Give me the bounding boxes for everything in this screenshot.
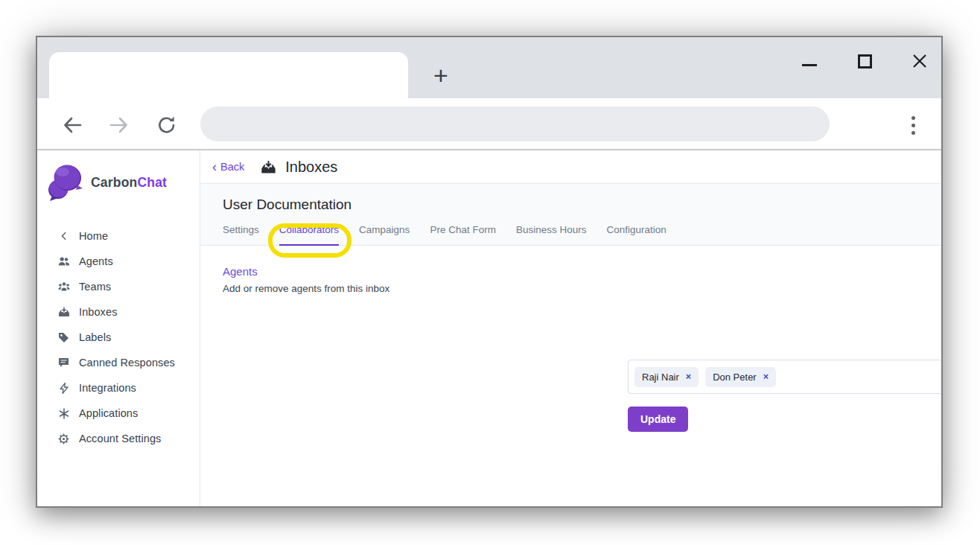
asterisk-icon — [57, 408, 70, 419]
minimize-button[interactable] — [801, 53, 818, 69]
screenshot-canvas: + — [0, 0, 980, 545]
app-root: CarbonChat Home Agents — [37, 150, 941, 506]
reload-icon — [156, 114, 178, 136]
sidebar-nav: Home Agents Teams — [37, 223, 200, 451]
chevron-left-icon: ‹ — [212, 160, 217, 173]
browser-menu-button[interactable] — [900, 112, 926, 138]
collaborators-form: Raji Nair × Don Peter × Update — [628, 360, 941, 432]
agent-chip: Raji Nair × — [634, 367, 699, 387]
tab-configuration[interactable]: Configuration — [606, 224, 666, 245]
sidebar-item-home[interactable]: Home — [37, 223, 200, 249]
close-button[interactable] — [911, 53, 928, 69]
sidebar-item-label: Inboxes — [79, 306, 118, 318]
sidebar-item-label: Applications — [79, 407, 138, 419]
section-description: Add or remove agents from this inbox — [223, 283, 919, 294]
inbox-tabs: Settings Collaborators Campaigns Pre Cha… — [223, 224, 919, 245]
address-bar[interactable] — [200, 106, 830, 141]
collaborators-content: Agents Add or remove agents from this in… — [200, 246, 941, 313]
tab-settings[interactable]: Settings — [223, 224, 259, 245]
people-icon — [57, 256, 70, 267]
sidebar-item-label: Account Settings — [79, 433, 161, 444]
browser-toolbar — [37, 98, 941, 150]
sidebar-item-label: Home — [79, 230, 108, 242]
sidebar-item-agents[interactable]: Agents — [37, 249, 200, 274]
sidebar-item-canned-responses[interactable]: Canned Responses — [37, 350, 200, 375]
browser-window: + — [36, 36, 943, 508]
sidebar-item-account-settings[interactable]: Account Settings — [37, 426, 200, 451]
sidebar-item-label: Teams — [79, 281, 111, 293]
inbox-tray-icon — [57, 307, 70, 317]
sidebar-item-label: Canned Responses — [79, 357, 175, 369]
kebab-dot — [911, 116, 915, 120]
agent-chip-name: Raji Nair — [642, 372, 679, 383]
sidebar-item-labels[interactable]: Labels — [37, 325, 200, 350]
section-title: Agents — [223, 265, 919, 278]
inbox-name: User Documentation — [223, 197, 919, 213]
plus-icon: + — [433, 61, 448, 90]
inbox-header: User Documentation Settings Collaborator… — [200, 184, 941, 246]
main-panel: ‹ Back Inboxes User Documentation Settin… — [200, 150, 941, 506]
brand-name: CarbonChat — [91, 175, 167, 191]
sidebar-item-integrations[interactable]: Integrations — [37, 375, 200, 401]
tab-campaigns[interactable]: Campaigns — [359, 224, 410, 245]
reload-button[interactable] — [153, 112, 180, 138]
back-link-label: Back — [220, 161, 244, 173]
tab-collaborators[interactable]: Collaborators — [279, 224, 339, 246]
sidebar-item-label: Agents — [79, 255, 113, 267]
agents-multiselect-input[interactable]: Raji Nair × Don Peter × — [628, 360, 941, 394]
tag-icon — [57, 332, 70, 343]
close-icon — [911, 53, 928, 69]
brand-logo: CarbonChat — [37, 159, 200, 205]
sidebar-item-inboxes[interactable]: Inboxes — [37, 299, 200, 325]
chevron-left-icon — [57, 231, 70, 241]
maximize-button[interactable] — [856, 53, 873, 69]
tab-business-hours[interactable]: Business Hours — [516, 224, 587, 245]
kebab-dot — [911, 124, 915, 127]
sidebar-item-label: Labels — [79, 331, 111, 343]
sidebar-item-teams[interactable]: Teams — [37, 274, 200, 299]
inbox-tray-icon — [261, 160, 276, 174]
browser-active-tab[interactable] — [49, 52, 408, 99]
lightning-bolt-icon — [57, 383, 70, 394]
back-arrow-icon — [61, 114, 83, 136]
team-icon — [57, 281, 70, 292]
page-title: Inboxes — [285, 159, 337, 176]
kebab-dot — [911, 131, 915, 135]
sidebar: CarbonChat Home Agents — [37, 150, 200, 506]
sidebar-item-applications[interactable]: Applications — [37, 401, 200, 426]
remove-agent-icon[interactable]: × — [686, 372, 691, 382]
agent-chip: Don Peter × — [705, 367, 776, 387]
new-tab-button[interactable]: + — [426, 60, 456, 91]
window-controls — [801, 48, 928, 74]
chat-bubbles-logo-icon — [45, 162, 85, 203]
update-button[interactable]: Update — [628, 407, 688, 432]
page-topbar: ‹ Back Inboxes — [200, 150, 941, 184]
tab-pre-chat-form[interactable]: Pre Chat Form — [430, 224, 496, 245]
forward-arrow-icon — [108, 114, 130, 136]
back-link[interactable]: ‹ Back — [212, 160, 244, 173]
back-button[interactable] — [59, 112, 86, 138]
browser-tabstrip: + — [37, 37, 941, 98]
brand-chat: Chat — [137, 175, 167, 190]
brand-carbon: Carbon — [91, 175, 137, 190]
gear-icon — [57, 433, 70, 444]
maximize-icon — [858, 54, 872, 68]
remove-agent-icon[interactable]: × — [763, 372, 769, 382]
minimize-icon — [802, 64, 817, 66]
forward-button[interactable] — [106, 112, 133, 138]
chat-square-icon — [57, 357, 70, 368]
sidebar-item-label: Integrations — [79, 382, 136, 394]
agent-chip-name: Don Peter — [713, 372, 757, 383]
